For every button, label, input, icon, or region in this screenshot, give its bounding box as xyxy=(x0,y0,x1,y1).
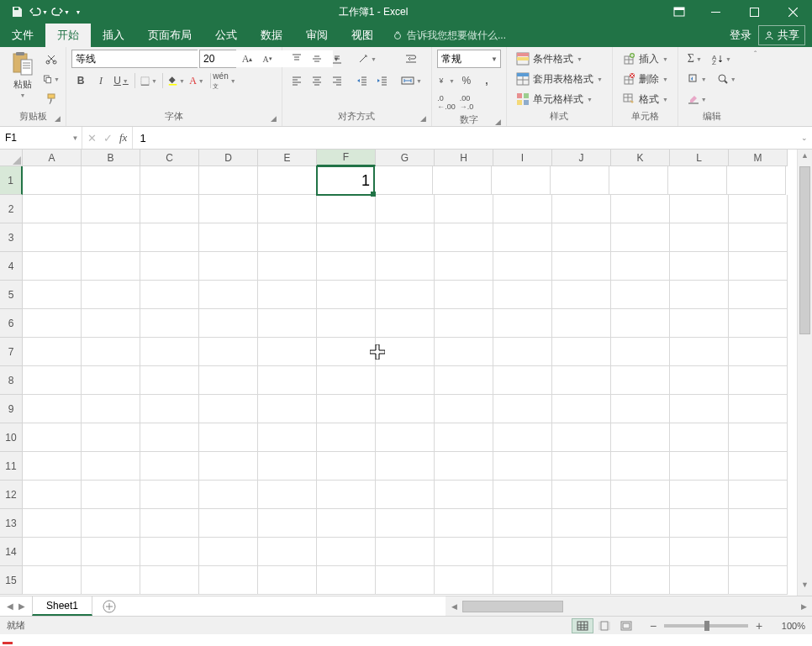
cell[interactable] xyxy=(435,566,493,595)
cell[interactable] xyxy=(376,395,435,423)
cell[interactable] xyxy=(140,252,199,281)
paste-button[interactable]: 粘贴 ▼ xyxy=(5,50,40,100)
cell[interactable] xyxy=(435,423,493,452)
increase-indent-button[interactable] xyxy=(373,71,392,90)
cell[interactable] xyxy=(258,538,317,566)
minimize-button[interactable] xyxy=(696,0,735,24)
column-header[interactable]: L xyxy=(670,150,729,166)
autosum-button[interactable]: Σ▼ xyxy=(683,50,706,68)
cell[interactable] xyxy=(258,166,317,195)
cell[interactable] xyxy=(140,223,199,252)
cell[interactable] xyxy=(670,423,729,452)
row-header[interactable]: 4 xyxy=(0,252,23,281)
cell[interactable] xyxy=(317,223,376,252)
redo-button[interactable]: ▼ xyxy=(50,2,71,22)
column-header[interactable]: F xyxy=(317,150,376,166)
grow-font-button[interactable]: A▴ xyxy=(238,50,256,68)
cell[interactable] xyxy=(23,566,82,595)
cell[interactable] xyxy=(317,309,376,338)
cell[interactable] xyxy=(435,223,493,252)
cell[interactable] xyxy=(82,309,140,338)
cell[interactable] xyxy=(729,538,788,566)
column-header[interactable]: D xyxy=(199,150,258,166)
zoom-out-button[interactable]: − xyxy=(647,619,659,633)
cell[interactable] xyxy=(23,281,82,309)
row-header[interactable]: 7 xyxy=(0,338,23,366)
fill-button[interactable]: ▼ xyxy=(683,70,711,88)
column-header[interactable]: G xyxy=(376,150,435,166)
cell[interactable] xyxy=(82,452,140,481)
cell[interactable] xyxy=(435,281,493,309)
cell[interactable] xyxy=(82,538,140,566)
cell[interactable] xyxy=(82,252,140,281)
spreadsheet-grid[interactable]: ABCDEFGHIJKLM 123456789101112131415 1 ▲ … xyxy=(0,150,812,596)
cell[interactable] xyxy=(552,366,611,395)
cell[interactable] xyxy=(258,338,317,366)
cell[interactable] xyxy=(140,395,199,423)
cell[interactable] xyxy=(493,309,552,338)
cell[interactable] xyxy=(317,452,376,481)
zoom-in-button[interactable]: + xyxy=(753,619,765,633)
cell[interactable] xyxy=(670,395,729,423)
cell[interactable] xyxy=(492,166,551,195)
cell[interactable] xyxy=(258,566,317,595)
row-header[interactable]: 13 xyxy=(0,509,23,538)
percent-button[interactable]: % xyxy=(457,71,476,90)
save-button[interactable] xyxy=(7,2,27,22)
cell[interactable] xyxy=(493,509,552,538)
cell[interactable] xyxy=(729,223,788,252)
align-bottom-button[interactable] xyxy=(328,50,346,68)
underline-button[interactable]: U▼ xyxy=(112,71,130,90)
cell[interactable] xyxy=(82,423,140,452)
cell[interactable] xyxy=(140,195,199,223)
cell[interactable] xyxy=(317,366,376,395)
tab-view[interactable]: 视图 xyxy=(340,24,385,47)
cell[interactable] xyxy=(435,252,493,281)
cell[interactable] xyxy=(199,166,258,195)
cell[interactable] xyxy=(552,509,611,538)
cell[interactable] xyxy=(258,281,317,309)
cell[interactable] xyxy=(258,309,317,338)
cell[interactable] xyxy=(199,309,258,338)
undo-button[interactable]: ▼ xyxy=(29,2,49,22)
cell[interactable] xyxy=(611,309,670,338)
cell[interactable] xyxy=(729,195,788,223)
cell[interactable] xyxy=(140,338,199,366)
column-header[interactable]: J xyxy=(552,150,611,166)
cell[interactable] xyxy=(258,252,317,281)
cell[interactable] xyxy=(317,566,376,595)
border-button[interactable]: ▼ xyxy=(140,71,158,90)
row-header[interactable]: 9 xyxy=(0,395,23,423)
cell[interactable] xyxy=(82,481,140,509)
enter-formula-button[interactable]: ✓ xyxy=(103,132,113,144)
cell[interactable] xyxy=(611,481,670,509)
cell[interactable] xyxy=(199,395,258,423)
cell[interactable] xyxy=(23,452,82,481)
row-header[interactable]: 12 xyxy=(0,481,23,509)
view-normal-button[interactable] xyxy=(572,618,593,633)
font-name-combo[interactable]: ▼ xyxy=(71,50,198,68)
fill-handle[interactable] xyxy=(371,192,376,197)
row-header[interactable]: 14 xyxy=(0,538,23,566)
zoom-slider[interactable] xyxy=(664,624,748,628)
qat-customize[interactable]: ▼ xyxy=(72,2,84,22)
align-top-button[interactable] xyxy=(287,50,306,68)
cell[interactable] xyxy=(552,338,611,366)
cell[interactable] xyxy=(199,223,258,252)
row-header[interactable]: 8 xyxy=(0,366,23,395)
cell[interactable] xyxy=(493,481,552,509)
cell[interactable] xyxy=(611,223,670,252)
cell[interactable] xyxy=(493,223,552,252)
cell[interactable] xyxy=(493,338,552,366)
tab-formulas[interactable]: 公式 xyxy=(203,24,249,47)
cell[interactable] xyxy=(729,309,788,338)
sheet-tab-1[interactable]: Sheet1 xyxy=(32,596,92,616)
collapse-ribbon-button[interactable]: ˆ xyxy=(754,50,757,60)
table-style-button[interactable]: 套用表格格式▼ xyxy=(512,70,607,88)
cell[interactable] xyxy=(493,252,552,281)
font-size-combo[interactable]: ▼ xyxy=(199,50,236,68)
cell[interactable] xyxy=(82,195,140,223)
cell[interactable] xyxy=(317,195,376,223)
cell[interactable] xyxy=(435,509,493,538)
cell[interactable] xyxy=(552,452,611,481)
